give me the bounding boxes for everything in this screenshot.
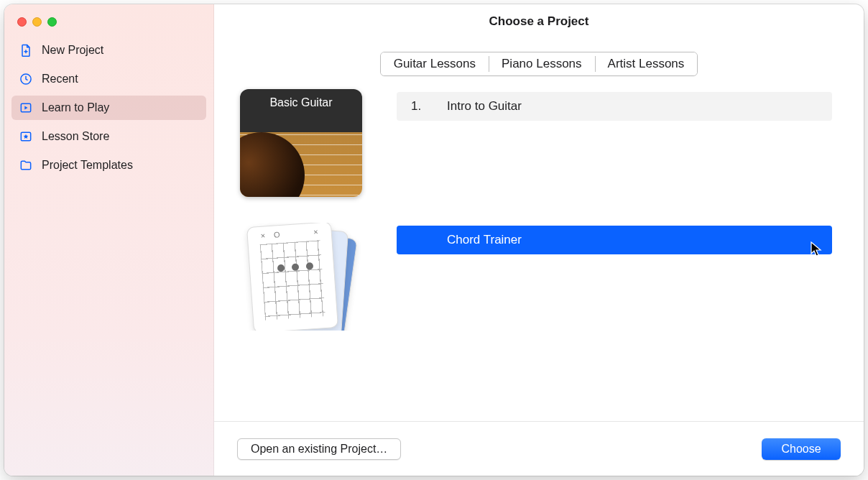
sidebar: New Project Recent Learn to Play <box>4 4 214 476</box>
open-existing-project-button[interactable]: Open an existing Project… <box>237 438 401 460</box>
lesson-item-intro-to-guitar[interactable]: 1. Intro to Guitar <box>397 92 832 121</box>
sidebar-item-label: Learn to Play <box>42 101 109 114</box>
tab-label: Artist Lessons <box>608 57 685 70</box>
lesson-content: Basic Guitar 1. Intro to Guitar <box>214 82 864 421</box>
main-panel: Choose a Project Guitar Lessons Piano Le… <box>214 4 864 476</box>
lesson-list: 1. Intro to Guitar <box>397 89 832 121</box>
sidebar-item-label: New Project <box>42 44 103 57</box>
star-box-icon <box>19 129 33 144</box>
sidebar-item-project-templates[interactable]: Project Templates <box>11 153 206 177</box>
sidebar-item-lesson-store[interactable]: Lesson Store <box>11 124 206 149</box>
lesson-title: Intro to Guitar <box>447 99 522 114</box>
sidebar-item-label: Project Templates <box>42 159 133 172</box>
lesson-category-tabs: Guitar Lessons Piano Lessons Artist Less… <box>214 39 864 82</box>
lesson-thumb-chord-trainer[interactable]: ×O× <box>240 223 362 331</box>
lesson-group: Basic Guitar 1. Intro to Guitar <box>240 89 832 197</box>
lesson-group: ×O× Chord Trainer <box>240 223 832 331</box>
thumb-title: Basic Guitar <box>240 96 362 109</box>
button-label: Choose <box>781 443 821 456</box>
sidebar-item-recent[interactable]: Recent <box>11 67 206 91</box>
lesson-number: 1. <box>411 99 428 114</box>
close-window-button[interactable] <box>17 17 27 27</box>
folder-icon <box>19 158 33 172</box>
tab-guitar-lessons[interactable]: Guitar Lessons <box>381 52 489 75</box>
tab-label: Guitar Lessons <box>394 57 476 70</box>
play-lesson-icon <box>19 101 33 115</box>
zoom-window-button[interactable] <box>47 17 57 27</box>
clock-icon <box>19 72 33 86</box>
tab-piano-lessons[interactable]: Piano Lessons <box>489 52 595 75</box>
window-title-text: Choose a Project <box>489 14 589 29</box>
document-plus-icon <box>19 43 33 57</box>
window-title: Choose a Project <box>214 4 864 39</box>
segmented-control: Guitar Lessons Piano Lessons Artist Less… <box>380 52 698 76</box>
lesson-list: Chord Trainer <box>397 223 832 254</box>
lesson-title: Chord Trainer <box>447 233 522 247</box>
tab-artist-lessons[interactable]: Artist Lessons <box>595 52 698 75</box>
sidebar-item-learn-to-play[interactable]: Learn to Play <box>11 96 206 120</box>
lesson-thumb-basic-guitar[interactable]: Basic Guitar <box>240 89 362 197</box>
window-controls <box>4 11 213 38</box>
minimize-window-button[interactable] <box>32 17 42 27</box>
sidebar-nav: New Project Recent Learn to Play <box>4 38 213 177</box>
sidebar-item-label: Recent <box>42 73 78 86</box>
sidebar-item-new-project[interactable]: New Project <box>11 38 206 63</box>
button-label: Open an existing Project… <box>251 443 387 456</box>
tab-label: Piano Lessons <box>502 57 582 70</box>
lesson-item-chord-trainer[interactable]: Chord Trainer <box>397 226 832 254</box>
sidebar-item-label: Lesson Store <box>42 130 109 143</box>
footer-bar: Open an existing Project… Choose <box>214 421 864 476</box>
choose-button[interactable]: Choose <box>762 438 841 460</box>
project-chooser-window: New Project Recent Learn to Play <box>4 4 864 476</box>
